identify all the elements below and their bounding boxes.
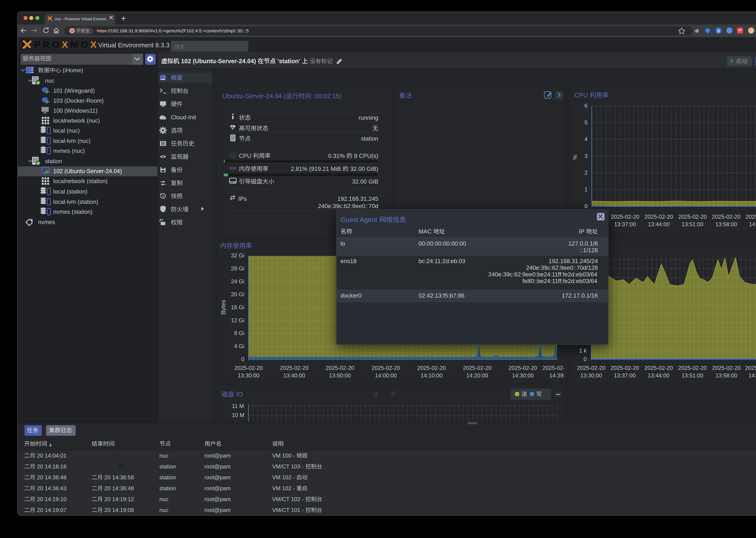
svg-text:2025-02-20: 2025-02-20 [280,365,308,371]
svg-text:station: station [45,158,62,164]
svg-text:32.00 GiB): 32.00 GiB) [349,166,378,172]
svg-text:X: X [90,39,99,50]
svg-text:2025-02-20: 2025-02-20 [509,365,537,371]
svg-text:CPU: CPU [574,92,590,99]
svg-text:nuc: nuc [45,78,54,84]
svg-text:2025-02-20: 2025-02-20 [463,365,491,371]
svg-text:16 Gi: 16 Gi [231,304,244,310]
svg-text:14:05:00: 14:05:00 [748,372,756,379]
svg-text:local (nuc): local (nuc) [53,128,80,134]
svg-text:2025-02-20: 2025-02-20 [745,365,756,371]
svg-text:IP: IP [579,228,586,235]
svg-text:103 (Docker-Room): 103 (Docker-Room) [53,97,104,104]
svg-text:2025-02-20: 2025-02-20 [577,365,605,371]
svg-text:VM/CT 101 -: VM/CT 101 - [272,507,305,513]
svg-text:0: 0 [583,356,587,362]
svg-text:192.168.31.245/24: 192.168.31.245/24 [549,258,598,264]
svg-text:station: station [159,463,176,470]
svg-text:4 Gi: 4 Gi [234,343,244,349]
svg-text:2025-02-20: 2025-02-20 [610,365,639,371]
svg-text:20 14:36:48: 20 14:36:48 [35,474,67,481]
svg-text:nuc: nuc [159,496,168,502]
svg-text:2025-02-: 2025-02- [543,365,565,371]
svg-text:local-lvm (nuc): local-lvm (nuc) [53,138,90,144]
svg-text:docker0: docker0 [341,292,361,299]
svg-text:5: 5 [584,120,588,126]
svg-text:13:30:00: 13:30:00 [238,372,259,379]
svg-text:6: 6 [584,103,588,109]
svg-text:root@pam: root@pam [204,496,231,502]
svg-text:24 Gi: 24 Gi [231,278,244,285]
svg-text:0: 0 [584,203,588,209]
svg-text:00:00:00:00:00:00: 00:00:00:00:00:00 [418,240,466,247]
svg-text:172.17.0.1/16: 172.17.0.1/16 [562,292,598,299]
svg-text:20 Gi: 20 Gi [231,291,244,297]
svg-text:20 14:36:48: 20 14:36:48 [103,485,134,491]
svg-text:240e:39c:62:9ee0:be24:11ff:fe2: 240e:39c:62:9ee0:be24:11ff:fe2d:eb03/64 [488,271,597,278]
svg-text:station: station [159,485,176,491]
svg-text:13:51:00: 13:51:00 [681,372,703,379]
svg-text:20 14:18:16: 20 14:18:16 [35,463,67,470]
svg-text:13:44:00: 13:44:00 [648,221,670,227]
svg-text:13:44:00: 13:44:00 [648,372,670,379]
svg-text:2025-02-20: 2025-02-20 [712,214,740,220]
svg-text:20 14:04:01: 20 14:04:01 [35,453,67,459]
svg-text:2025-02-20: 2025-02-20 [234,365,263,371]
svg-text:IPs: IPs [238,195,247,202]
svg-text:nvmes: nvmes [38,219,55,225]
svg-text:2025-02-20: 2025-02-20 [678,214,707,220]
svg-text:VM 100 -: VM 100 - [272,453,297,459]
svg-text:102 (Ubuntu-Server-24.04): 102 (Ubuntu-Server-24.04) [179,58,258,64]
svg-text:local-lvm (station): local-lvm (station) [53,199,98,205]
svg-text:20 14:36:58: 20 14:36:58 [103,474,134,481]
svg-text:11 M: 11 M [232,403,244,409]
svg-text:20 14:19:07: 20 14:19:07 [35,507,67,513]
svg-text:14:10:00: 14:10:00 [421,372,442,379]
svg-text:Bytes: Bytes [220,300,227,315]
svg-text:240e:39c:62:9ee0::70d/128: 240e:39c:62:9ee0::70d/128 [526,264,598,271]
svg-text:VM 102 -: VM 102 - [272,485,297,491]
svg-text:13:51:00: 13:51:00 [681,221,703,227]
svg-text:20 14:19:08: 20 14:19:08 [103,507,134,513]
svg-text:2025-02-20: 2025-02-20 [417,365,446,371]
svg-text:VM 102 -: VM 102 - [272,474,297,481]
svg-text:(iHome): (iHome) [61,67,83,74]
svg-text:running: running [359,115,378,121]
svg-text:Ubuntu-Server-24.04 (: Ubuntu-Server-24.04 ( [223,92,286,100]
svg-text:2025-02-20: 2025-02-20 [611,214,639,220]
svg-text:0: 0 [241,356,244,362]
svg-text:240e:39c:62:9ee0::70d: 240e:39c:62:9ee0::70d [318,203,378,209]
svg-text:X: X [62,39,70,50]
svg-text:2025-02-20: 2025-02-20 [644,365,673,371]
svg-text:32 Gi: 32 Gi [231,252,244,259]
svg-text:nuc - Proxmox Virtual Environ: nuc - Proxmox Virtual Environ [55,17,106,21]
svg-text:1: 1 [584,186,588,192]
svg-text:2025-02-20: 2025-02-20 [371,365,400,371]
svg-text:10 M: 10 M [232,412,244,418]
svg-text:192.168.31.245: 192.168.31.245 [337,195,378,202]
svg-text:ens18: ens18 [341,258,356,264]
svg-text:S: S [717,29,720,33]
svg-text:13:58:00: 13:58:00 [716,372,737,379]
svg-text:100 (Windows11): 100 (Windows11) [53,108,97,114]
svg-text:20 14:19:12: 20 14:19:12 [103,496,134,502]
svg-text:13:40:00: 13:40:00 [283,372,305,379]
svg-text:root@pam: root@pam [204,474,231,481]
svg-text:3: 3 [584,153,588,159]
svg-text:2025-02-20: 2025-02-20 [712,365,740,371]
svg-text:localnetwork (nuc): localnetwork (nuc) [53,118,100,124]
svg-text:102 (Ubuntu-Server-24.04): 102 (Ubuntu-Server-24.04) [53,168,122,174]
svg-text:12 Gi: 12 Gi [231,317,244,323]
svg-text:14:20:00: 14:20:00 [466,372,488,379]
svg-text:127.0.0.1/8: 127.0.0.1/8 [568,240,598,247]
svg-text:13:30:00: 13:30:00 [580,372,602,379]
svg-text:root@pam: root@pam [204,507,231,513]
svg-text:101 (Wireguard): 101 (Wireguard) [53,87,95,94]
svg-text:13:37:00: 13:37:00 [614,221,636,227]
svg-text:28 Gi: 28 Gi [231,265,244,272]
svg-text:://192.168.31.9:8006/#v1:0:=qe: ://192.168.31.9:8006/#v1:0:=qemu%2F102:4… [107,28,249,33]
svg-text:VM/CT 102 -: VM/CT 102 - [272,496,305,502]
svg-text:32.00 GiB: 32.00 GiB [352,178,378,185]
svg-text:%: % [572,155,578,160]
svg-text:2025-02-20: 2025-02-20 [326,365,354,371]
